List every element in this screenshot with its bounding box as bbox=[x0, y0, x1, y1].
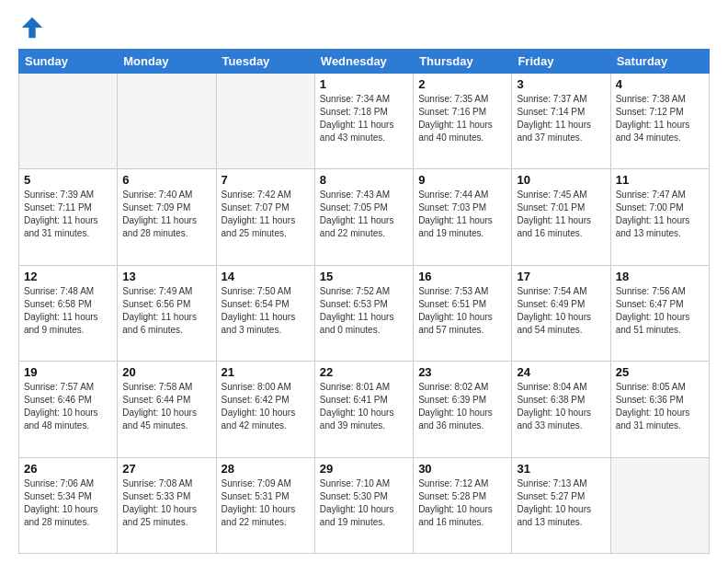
day-info: Sunrise: 7:37 AM Sunset: 7:14 PM Dayligh… bbox=[517, 93, 605, 144]
day-info: Sunrise: 7:44 AM Sunset: 7:03 PM Dayligh… bbox=[418, 189, 506, 240]
day-cell: 27Sunrise: 7:08 AM Sunset: 5:33 PM Dayli… bbox=[118, 457, 216, 553]
day-number: 10 bbox=[517, 173, 605, 187]
day-info: Sunrise: 7:09 AM Sunset: 5:31 PM Dayligh… bbox=[222, 477, 310, 529]
day-number: 18 bbox=[616, 270, 704, 283]
day-number: 21 bbox=[222, 365, 310, 379]
day-number: 20 bbox=[122, 365, 210, 379]
day-info: Sunrise: 7:56 AM Sunset: 6:47 PM Dayligh… bbox=[616, 285, 704, 337]
day-cell: 21Sunrise: 8:00 AM Sunset: 6:42 PM Dayli… bbox=[216, 362, 314, 457]
week-row-4: 19Sunrise: 7:57 AM Sunset: 6:46 PM Dayli… bbox=[19, 362, 710, 457]
day-number: 7 bbox=[222, 173, 310, 187]
day-cell: 11Sunrise: 7:47 AM Sunset: 7:00 PM Dayli… bbox=[610, 169, 709, 265]
day-cell: 16Sunrise: 7:53 AM Sunset: 6:51 PM Dayli… bbox=[414, 265, 512, 361]
day-info: Sunrise: 7:48 AM Sunset: 6:58 PM Dayligh… bbox=[24, 285, 112, 337]
day-info: Sunrise: 7:08 AM Sunset: 5:33 PM Dayligh… bbox=[122, 477, 210, 529]
week-row-3: 12Sunrise: 7:48 AM Sunset: 6:58 PM Dayli… bbox=[19, 265, 710, 361]
day-cell: 24Sunrise: 8:04 AM Sunset: 6:38 PM Dayli… bbox=[512, 362, 610, 457]
day-number: 13 bbox=[122, 270, 210, 283]
weekday-header-tuesday: Tuesday bbox=[216, 50, 314, 74]
day-cell: 22Sunrise: 8:01 AM Sunset: 6:41 PM Dayli… bbox=[314, 362, 413, 457]
day-number: 30 bbox=[418, 462, 506, 476]
day-cell: 19Sunrise: 7:57 AM Sunset: 6:46 PM Dayli… bbox=[19, 362, 118, 457]
day-cell: 15Sunrise: 7:52 AM Sunset: 6:53 PM Dayli… bbox=[314, 265, 413, 361]
day-cell bbox=[610, 457, 709, 553]
week-row-5: 26Sunrise: 7:06 AM Sunset: 5:34 PM Dayli… bbox=[19, 457, 710, 553]
day-number: 19 bbox=[24, 365, 112, 379]
day-info: Sunrise: 7:35 AM Sunset: 7:16 PM Dayligh… bbox=[418, 93, 506, 144]
day-number: 12 bbox=[24, 270, 112, 283]
day-cell: 2Sunrise: 7:35 AM Sunset: 7:16 PM Daylig… bbox=[414, 74, 512, 169]
day-cell bbox=[118, 74, 216, 169]
header bbox=[18, 14, 710, 41]
day-info: Sunrise: 7:12 AM Sunset: 5:28 PM Dayligh… bbox=[418, 477, 506, 529]
day-number: 16 bbox=[418, 270, 506, 283]
day-cell: 8Sunrise: 7:43 AM Sunset: 7:05 PM Daylig… bbox=[314, 169, 413, 265]
day-info: Sunrise: 8:02 AM Sunset: 6:39 PM Dayligh… bbox=[418, 381, 506, 432]
day-number: 1 bbox=[320, 77, 408, 91]
day-cell: 12Sunrise: 7:48 AM Sunset: 6:58 PM Dayli… bbox=[19, 265, 118, 361]
day-cell: 30Sunrise: 7:12 AM Sunset: 5:28 PM Dayli… bbox=[414, 457, 512, 553]
weekday-header-wednesday: Wednesday bbox=[314, 50, 413, 74]
day-cell: 18Sunrise: 7:56 AM Sunset: 6:47 PM Dayli… bbox=[610, 265, 709, 361]
day-cell: 7Sunrise: 7:42 AM Sunset: 7:07 PM Daylig… bbox=[216, 169, 314, 265]
day-info: Sunrise: 7:38 AM Sunset: 7:12 PM Dayligh… bbox=[616, 93, 704, 144]
day-info: Sunrise: 7:45 AM Sunset: 7:01 PM Dayligh… bbox=[517, 189, 605, 240]
day-info: Sunrise: 7:10 AM Sunset: 5:30 PM Dayligh… bbox=[320, 477, 408, 529]
day-cell: 26Sunrise: 7:06 AM Sunset: 5:34 PM Dayli… bbox=[19, 457, 118, 553]
day-cell: 3Sunrise: 7:37 AM Sunset: 7:14 PM Daylig… bbox=[512, 74, 610, 169]
day-number: 14 bbox=[222, 270, 310, 283]
day-info: Sunrise: 7:52 AM Sunset: 6:53 PM Dayligh… bbox=[320, 285, 408, 337]
day-cell: 23Sunrise: 8:02 AM Sunset: 6:39 PM Dayli… bbox=[414, 362, 512, 457]
day-cell bbox=[216, 74, 314, 169]
day-number: 31 bbox=[517, 462, 605, 476]
day-number: 6 bbox=[122, 173, 210, 187]
day-cell bbox=[19, 74, 118, 169]
day-cell: 17Sunrise: 7:54 AM Sunset: 6:49 PM Dayli… bbox=[512, 265, 610, 361]
weekday-header-friday: Friday bbox=[512, 50, 610, 74]
day-number: 27 bbox=[122, 462, 210, 476]
day-number: 24 bbox=[517, 365, 605, 379]
weekday-header-saturday: Saturday bbox=[610, 50, 709, 74]
week-row-1: 1Sunrise: 7:34 AM Sunset: 7:18 PM Daylig… bbox=[19, 74, 710, 169]
week-row-2: 5Sunrise: 7:39 AM Sunset: 7:11 PM Daylig… bbox=[19, 169, 710, 265]
weekday-header-row: SundayMondayTuesdayWednesdayThursdayFrid… bbox=[19, 50, 710, 74]
day-cell: 20Sunrise: 7:58 AM Sunset: 6:44 PM Dayli… bbox=[118, 362, 216, 457]
calendar-table: SundayMondayTuesdayWednesdayThursdayFrid… bbox=[18, 49, 710, 554]
logo-icon bbox=[18, 14, 46, 41]
day-number: 4 bbox=[616, 77, 704, 91]
day-cell: 10Sunrise: 7:45 AM Sunset: 7:01 PM Dayli… bbox=[512, 169, 610, 265]
day-cell: 9Sunrise: 7:44 AM Sunset: 7:03 PM Daylig… bbox=[414, 169, 512, 265]
day-info: Sunrise: 7:53 AM Sunset: 6:51 PM Dayligh… bbox=[418, 285, 506, 337]
svg-marker-0 bbox=[22, 17, 43, 39]
day-info: Sunrise: 7:39 AM Sunset: 7:11 PM Dayligh… bbox=[24, 189, 112, 240]
day-info: Sunrise: 8:01 AM Sunset: 6:41 PM Dayligh… bbox=[320, 381, 408, 432]
day-cell: 4Sunrise: 7:38 AM Sunset: 7:12 PM Daylig… bbox=[610, 74, 709, 169]
day-number: 26 bbox=[24, 462, 112, 476]
day-cell: 13Sunrise: 7:49 AM Sunset: 6:56 PM Dayli… bbox=[118, 265, 216, 361]
day-info: Sunrise: 7:13 AM Sunset: 5:27 PM Dayligh… bbox=[517, 477, 605, 529]
day-info: Sunrise: 7:57 AM Sunset: 6:46 PM Dayligh… bbox=[24, 381, 112, 432]
day-info: Sunrise: 7:06 AM Sunset: 5:34 PM Dayligh… bbox=[24, 477, 112, 529]
day-number: 28 bbox=[222, 462, 310, 476]
day-number: 22 bbox=[320, 365, 408, 379]
day-cell: 1Sunrise: 7:34 AM Sunset: 7:18 PM Daylig… bbox=[314, 74, 413, 169]
day-cell: 5Sunrise: 7:39 AM Sunset: 7:11 PM Daylig… bbox=[19, 169, 118, 265]
day-number: 5 bbox=[24, 173, 112, 187]
day-info: Sunrise: 7:47 AM Sunset: 7:00 PM Dayligh… bbox=[616, 189, 704, 240]
day-cell: 28Sunrise: 7:09 AM Sunset: 5:31 PM Dayli… bbox=[216, 457, 314, 553]
day-info: Sunrise: 8:00 AM Sunset: 6:42 PM Dayligh… bbox=[222, 381, 310, 432]
weekday-header-thursday: Thursday bbox=[414, 50, 512, 74]
day-info: Sunrise: 7:43 AM Sunset: 7:05 PM Dayligh… bbox=[320, 189, 408, 240]
day-cell: 25Sunrise: 8:05 AM Sunset: 6:36 PM Dayli… bbox=[610, 362, 709, 457]
day-info: Sunrise: 7:40 AM Sunset: 7:09 PM Dayligh… bbox=[122, 189, 210, 240]
day-number: 3 bbox=[517, 77, 605, 91]
day-number: 25 bbox=[616, 365, 704, 379]
day-number: 8 bbox=[320, 173, 408, 187]
day-number: 11 bbox=[616, 173, 704, 187]
weekday-header-sunday: Sunday bbox=[19, 50, 118, 74]
day-info: Sunrise: 7:50 AM Sunset: 6:54 PM Dayligh… bbox=[222, 285, 310, 337]
weekday-header-monday: Monday bbox=[118, 50, 216, 74]
day-cell: 6Sunrise: 7:40 AM Sunset: 7:09 PM Daylig… bbox=[118, 169, 216, 265]
day-info: Sunrise: 7:49 AM Sunset: 6:56 PM Dayligh… bbox=[122, 285, 210, 337]
day-info: Sunrise: 7:54 AM Sunset: 6:49 PM Dayligh… bbox=[517, 285, 605, 337]
